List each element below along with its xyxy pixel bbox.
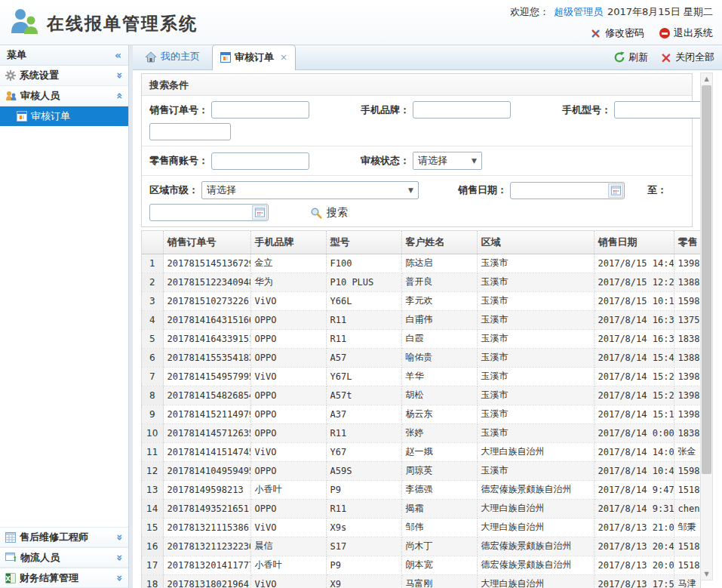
sidebar-spacer	[0, 126, 128, 527]
chevron-down-icon: »	[114, 574, 124, 581]
row-number-cell: 18	[142, 574, 163, 588]
column-header-7[interactable]: 零售	[674, 231, 701, 254]
cell: 13987	[674, 386, 701, 405]
audit-status-select[interactable]: 请选择 ▼	[413, 152, 482, 170]
cell: 201781510273226	[163, 291, 250, 310]
sidebar-group-finance-settlement[interactable]: X 财务结算管理 »	[0, 568, 128, 588]
table-row[interactable]: 14201781493521651OPPOR11揭霜大理白族自治州2017/8/…	[142, 499, 701, 518]
order-no-input[interactable]	[211, 101, 309, 119]
cell: 大理白族自治州	[477, 499, 594, 518]
phone-brand-input[interactable]	[413, 101, 511, 119]
phone-model-input[interactable]	[614, 101, 712, 119]
vertical-scrollbar[interactable]: ▲ ▼	[700, 72, 713, 580]
cell: 15987	[674, 461, 701, 480]
page-title: 在线报单管理系统	[47, 12, 198, 35]
table-row[interactable]: 15201781321115386ViVOX9s邹伟大理白族自治州2017/8/…	[142, 518, 701, 537]
column-header-6[interactable]: 销售日期	[594, 231, 674, 254]
table-row[interactable]: 112017814141514745ViVOY67赵一娥大理白族自治州2017/…	[142, 442, 701, 461]
row-number-cell: 14	[142, 499, 163, 518]
close-all-button[interactable]: × 关闭全部	[660, 51, 714, 65]
row-number-cell: 15	[142, 518, 163, 537]
cell: OPPO	[250, 461, 326, 480]
cell: 18387	[674, 329, 701, 348]
welcome-line: 欢迎您： 超级管理员 2017年8月15日 星期二	[510, 5, 713, 19]
cell: OPPO	[250, 348, 326, 367]
current-user-link[interactable]: 超级管理员	[554, 5, 603, 19]
table-row[interactable]: 62017814155354182OPPOA57喻佑贵玉溪市2017/8/14 …	[142, 348, 701, 367]
cell: OPPO	[250, 310, 326, 329]
sale-date-label: 销售日期：	[458, 183, 507, 197]
customer-name-input[interactable]	[149, 123, 231, 140]
table-row[interactable]: 18201781318021964ViVOX9马富刚大理白族自治州2017/8/…	[142, 574, 701, 588]
scrollbar-thumb[interactable]	[702, 85, 711, 474]
table-row[interactable]: 172017813201411777小香叶P9朗本宽德宏傣族景颇族自治州2017…	[142, 556, 701, 574]
table-row[interactable]: 52017814164339151OPPOR11白霞玉溪市2017/8/14 1…	[142, 329, 701, 348]
table-row[interactable]: 92017814152114979OPPOA37杨云东玉溪市2017/8/14 …	[142, 405, 701, 423]
column-header-0[interactable]	[142, 231, 163, 254]
cell: 2017/8/14 15:11:	[594, 405, 674, 423]
cell: 玉溪市	[477, 254, 594, 272]
table-row[interactable]: 72017814154957995ViVOY67L羊华玉溪市2017/8/14 …	[142, 367, 701, 386]
cell: 马津	[674, 574, 701, 588]
refresh-button[interactable]: 刷新	[613, 51, 648, 64]
sidebar-group-after-sales-engineer[interactable]: 售后维修工程师 »	[0, 527, 128, 547]
column-header-4[interactable]: 客户姓名	[401, 231, 477, 254]
column-header-5[interactable]: 区域	[477, 231, 594, 254]
tab-audit-orders[interactable]: 审核订单 ×	[212, 45, 296, 70]
cell: 15184	[674, 537, 701, 556]
region-city-select[interactable]: 请选择 ▼	[201, 181, 419, 199]
retailer-account-label: 零售商账号：	[149, 154, 208, 168]
cell: 小香叶	[250, 480, 326, 499]
cell: 2017/8/15 12:20:	[594, 272, 674, 291]
sale-date-to-wrap	[149, 204, 269, 221]
column-header-2[interactable]: 手机品牌	[250, 231, 326, 254]
cell: 华为	[250, 272, 326, 291]
cell: 朗本宽	[401, 556, 477, 574]
scroll-up-arrow-icon[interactable]: ▲	[701, 73, 712, 85]
retailer-account-input[interactable]	[211, 152, 309, 170]
cell: 2017815122340948	[163, 272, 250, 291]
cell: 13887	[674, 348, 701, 367]
sidebar-collapse-icon[interactable]: «	[115, 50, 121, 60]
order-doc-icon	[17, 111, 27, 122]
window-upload-icon	[5, 553, 17, 563]
orders-grid: 销售订单号手机品牌型号客户姓名区域销售日期零售 1201781514513672…	[141, 230, 701, 588]
column-header-1[interactable]: 销售订单号	[163, 231, 250, 254]
search-button[interactable]: 搜索	[310, 206, 348, 220]
cell: 201781318021964	[163, 574, 250, 588]
sidebar-group-system-settings[interactable]: 系统设置 »	[0, 66, 128, 86]
change-password-button[interactable]: 修改密码	[590, 26, 644, 40]
table-row[interactable]: 42017814164315166OPPOR11白甫伟玉溪市2017/8/14 …	[142, 310, 701, 329]
cell: 2017815145136729	[163, 254, 250, 272]
table-row[interactable]: 12017815145136729金立F100陈达启玉溪市2017/8/15 1…	[142, 254, 701, 272]
tab-close-icon[interactable]: ×	[280, 52, 287, 63]
sidebar-group-logistics[interactable]: 物流人员 »	[0, 547, 128, 568]
table-row[interactable]: 1320178149598213小香叶P9李德强德宏傣族景颇族自治州2017/8…	[142, 480, 701, 499]
sidebar-group-auditors[interactable]: 审核人员 «	[0, 86, 128, 106]
app-logo-icon	[9, 7, 39, 37]
cell: 德宏傣族景颇族自治州	[477, 480, 594, 499]
table-row[interactable]: 102017814145712635OPPOR11张婷玉溪市2017/8/14 …	[142, 423, 701, 442]
cell: 2017814164339151	[163, 329, 250, 348]
cell: 大理白族自治州	[477, 442, 594, 461]
table-row[interactable]: 3201781510273226ViVOY66L李元欢玉溪市2017/8/15 …	[142, 291, 701, 310]
sidebar-item-audit-orders[interactable]: 审核订单	[0, 106, 128, 126]
cell: 玉溪市	[477, 405, 594, 423]
row-number-cell: 17	[142, 556, 163, 574]
table-row[interactable]: 162017813211232230晨信S17尚木丁德宏傣族景颇族自治州2017…	[142, 537, 701, 556]
refresh-label: 刷新	[628, 51, 648, 64]
table-row[interactable]: 82017814154826854OPPOA57t胡松玉溪市2017/8/14 …	[142, 386, 701, 405]
cell: 15987	[674, 291, 701, 310]
table-row[interactable]: 22017815122340948华为P10 PLUS普开良玉溪市2017/8/…	[142, 272, 701, 291]
scroll-down-arrow-icon[interactable]: ▼	[701, 571, 712, 577]
column-header-3[interactable]: 型号	[326, 231, 401, 254]
calendar-icon[interactable]	[608, 183, 623, 198]
phone-brand-label: 手机品牌：	[361, 103, 410, 117]
logout-button[interactable]: 退出系统	[659, 26, 713, 40]
sale-date-to-input[interactable]	[149, 204, 269, 221]
cell: 晨信	[250, 537, 326, 556]
table-row[interactable]: 122017814104959495OPPOA59S周琼英玉溪市2017/8/1…	[142, 461, 701, 480]
tab-home[interactable]: 我的主页	[136, 45, 209, 69]
calendar-icon[interactable]	[252, 205, 267, 220]
cell: 18387	[674, 423, 701, 442]
